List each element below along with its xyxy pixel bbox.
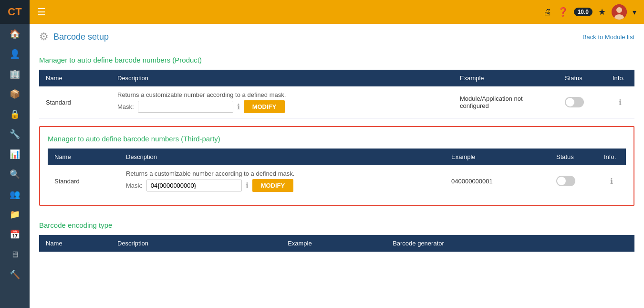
col-header-info: Info. [606, 70, 634, 86]
print-icon[interactable]: 🖨 [543, 7, 552, 17]
mask2-label: Mask: [126, 182, 143, 189]
section1-table: Name Description Example Status Info. St… [39, 70, 634, 118]
wrench-icon: ⚙ [39, 31, 49, 43]
row-name: Standard [39, 86, 111, 118]
sidebar-item-monitor[interactable]: 🖥 [0, 244, 30, 265]
row2-status [550, 165, 597, 197]
row-description: Returns a customizable number according … [117, 91, 447, 98]
help-icon[interactable]: ❓ [558, 7, 568, 17]
col2-header-info: Info. [597, 149, 626, 165]
col-header-example: Example [453, 70, 558, 86]
sidebar-item-package[interactable]: 📦 [0, 84, 30, 104]
col-header-status: Status [558, 70, 606, 86]
section3-table: Name Description Example Barcode generat… [39, 235, 634, 252]
col3-header-example: Example [281, 235, 386, 252]
section1-title: Manager to auto define barcode numbers (… [39, 56, 634, 64]
row2-example: 040000000001 [445, 165, 550, 197]
sidebar-item-search[interactable]: 🔍 [0, 164, 30, 184]
mask-label: Mask: [117, 103, 134, 110]
row2-info[interactable]: ℹ [597, 165, 626, 197]
sidebar-item-tools[interactable]: 🔧 [0, 124, 30, 144]
sidebar-item-users[interactable]: 👥 [0, 184, 30, 204]
col2-header-status: Status [550, 149, 597, 165]
row-info[interactable]: ℹ [606, 86, 634, 118]
page-title: Barcode setup [53, 32, 109, 42]
info-icon[interactable]: ℹ [619, 98, 622, 106]
user-chevron[interactable]: ▾ [633, 8, 636, 17]
mask-info-icon[interactable]: ℹ [237, 102, 240, 111]
info2-icon[interactable]: ℹ [610, 177, 613, 185]
sidebar-item-folder[interactable]: 📁 [0, 204, 30, 224]
topbar: ☰ 🖨 ❓ 10.0 ★ ▾ [30, 0, 644, 24]
main-area: ☰ 🖨 ❓ 10.0 ★ ▾ ⚙ Barcode setup Back to M… [30, 0, 644, 308]
status2-toggle[interactable] [556, 176, 575, 186]
section-thirdparty: Manager to auto define barcode numbers (… [39, 126, 634, 206]
row2-description: Returns a customizable number according … [126, 170, 438, 177]
section2-table: Name Description Example Status Info. St… [48, 149, 626, 197]
sidebar-item-wrench[interactable]: 🔨 [0, 265, 30, 285]
section2-title: Manager to auto define barcode numbers (… [48, 135, 626, 143]
row-desc-cell: Returns a customizable number according … [111, 86, 453, 118]
col2-header-example: Example [445, 149, 550, 165]
sidebar-item-building[interactable]: 🏢 [0, 64, 30, 84]
section-product: Manager to auto define barcode numbers (… [30, 48, 644, 126]
sidebar: CT 🏠 👤 🏢 📦 🔒 🔧 📊 🔍 👥 📁 📅 🖥 🔨 [0, 0, 30, 308]
col-header-desc: Description [111, 70, 453, 86]
col3-header-name: Name [39, 235, 111, 252]
back-to-module-list-link[interactable]: Back to Module list [582, 33, 634, 41]
status-toggle[interactable] [565, 97, 584, 107]
page-header: ⚙ Barcode setup Back to Module list [30, 24, 644, 48]
sidebar-item-user[interactable]: 👤 [0, 44, 30, 64]
section-encoding: Barcode encoding type Name Description E… [30, 213, 644, 259]
content-area: ⚙ Barcode setup Back to Module list Mana… [30, 24, 644, 308]
col-header-name: Name [39, 70, 111, 86]
sidebar-item-lock[interactable]: 🔒 [0, 104, 30, 124]
mask2-info-icon[interactable]: ℹ [246, 181, 249, 190]
star-icon[interactable]: ★ [598, 7, 606, 17]
app-logo[interactable]: CT [0, 0, 30, 24]
row-example: Module/Application not configured [453, 86, 558, 118]
svg-point-1 [616, 7, 622, 13]
modify2-button[interactable]: MODIFY [252, 179, 294, 192]
row2-name: Standard [48, 165, 119, 197]
avatar[interactable] [612, 4, 627, 20]
col3-header-barcode: Barcode generator [386, 235, 634, 252]
sidebar-item-chart[interactable]: 📊 [0, 144, 30, 164]
col3-header-desc: Description [111, 235, 281, 252]
row2-desc-cell: Returns a customizable number according … [119, 165, 445, 197]
table-row: Standard Returns a customizable number a… [48, 165, 626, 197]
modify-button[interactable]: MODIFY [244, 100, 285, 113]
version-badge: 10.0 [574, 8, 592, 16]
mask-input[interactable] [138, 101, 233, 113]
col2-header-desc: Description [119, 149, 445, 165]
sidebar-item-calendar[interactable]: 📅 [0, 224, 30, 244]
hamburger-menu[interactable]: ☰ [37, 6, 46, 18]
row-status [558, 86, 606, 118]
section3-title: Barcode encoding type [39, 221, 634, 229]
sidebar-item-home[interactable]: 🏠 [0, 24, 30, 44]
mask2-input[interactable] [146, 180, 242, 191]
col2-header-name: Name [48, 149, 119, 165]
table-row: Standard Returns a customizable number a… [39, 86, 634, 118]
